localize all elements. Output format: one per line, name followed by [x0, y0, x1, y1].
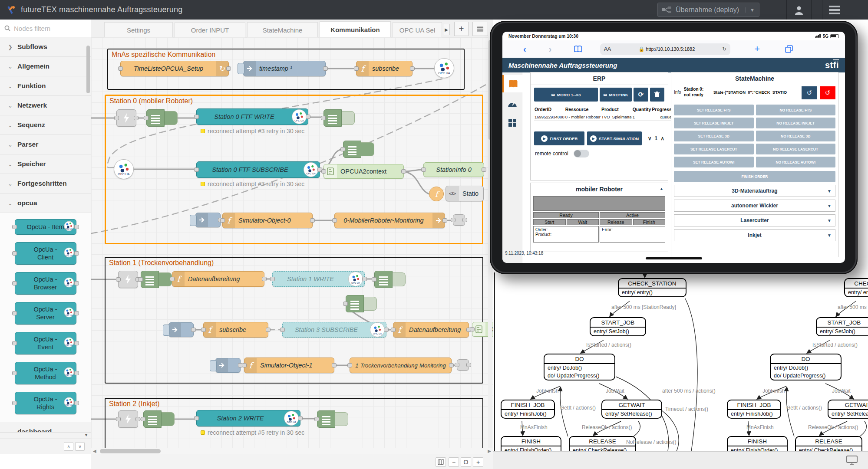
node-trockenvorbehandlung-monitoring[interactable]: 1-Trockenvorbehandlung-Monitoring [350, 357, 452, 373]
node-simulator-object-0[interactable]: f Simulator-Object-0 [222, 213, 313, 228]
deploy-caret-icon[interactable]: ▼ [745, 7, 755, 13]
node-opcua-client[interactable]: OPC UA [434, 58, 454, 78]
debug-toggle-button[interactable] [162, 412, 175, 426]
order-row[interactable]: 16995229348880 - mobiler Roboter TVO_Spi… [534, 113, 672, 121]
node-debug[interactable] [374, 271, 406, 288]
palette-overflow-indicator[interactable]: ▾ [0, 432, 91, 439]
node-station1-write-disabled[interactable]: Station 1 WRITE OPC UA [272, 271, 365, 287]
node-datenaufbereitung[interactable]: f Datenaufbereitung [172, 271, 264, 287]
node-station0-ftf-write[interactable]: Station 0 FTF WRITE OPC UA [196, 108, 308, 125]
zoom-in-button[interactable]: + [473, 457, 483, 467]
palette-scrollbar[interactable] [86, 40, 90, 453]
debug-toggle-button[interactable] [335, 412, 348, 426]
no-release-lasercut-button[interactable]: NO RELEASE LASERCUT [756, 144, 836, 154]
palette-search-input[interactable]: Nodes filtern [0, 20, 91, 37]
dropdown-inkjet[interactable]: Inkjet▼ [674, 229, 835, 241]
node-station3-subscribe-disabled[interactable]: Station 3 SUBSCRIBE OPC UA [282, 322, 386, 338]
node-debug[interactable] [346, 295, 377, 312]
reset-button[interactable]: ↺ [802, 86, 817, 99]
set-release-fts-button[interactable]: SET RELEASE FTS [674, 105, 754, 115]
debug-toggle-button[interactable] [393, 272, 406, 286]
deploy-button[interactable]: Übernahme (deploy) ▼ [657, 3, 759, 17]
dropdown-autonomer-wickler[interactable]: autonomer Wickler▼ [674, 200, 835, 212]
inject-button[interactable] [190, 215, 197, 226]
start-simulation-button[interactable]: ▶START-SIMULATION [587, 131, 641, 145]
address-bar[interactable]: AA 🔒 http://10.10.130.5:1882 ↻ [600, 43, 730, 55]
palette-category-sequenz[interactable]: ⌄Sequenz [0, 115, 91, 135]
node-station0-ftf-subscribe[interactable]: Station 0 FTF SUBSCRIBE OPC UA [196, 161, 320, 178]
moro-button[interactable]: ✉MORO 1-->3 [534, 88, 598, 102]
node-function-subscribe[interactable]: f subscribe [203, 322, 268, 338]
forward-button[interactable]: › [549, 44, 552, 54]
node-opcua2context[interactable]: OPCUA2context [323, 164, 404, 179]
node-link-out[interactable] [457, 359, 469, 371]
sidebar-item-orders[interactable] [502, 75, 522, 92]
palette-category-subflows[interactable]: ❯Subflows [0, 37, 91, 57]
sidebar-item-modules[interactable] [502, 114, 522, 131]
node-debug[interactable] [317, 410, 348, 428]
palette-category-opcua[interactable]: ⌄opcua [0, 194, 91, 213]
node-inject[interactable] [215, 358, 241, 373]
dropdown-lasercutter[interactable]: Lasercutter▼ [674, 214, 835, 226]
node-link-out[interactable] [453, 214, 465, 226]
node-debug[interactable] [343, 141, 374, 158]
node-mobilerroboter-monitoring[interactable]: 0-MobilerRoboter-Monitoring [334, 213, 445, 228]
palette-category-fortgeschritten[interactable]: ⌄Fortgeschritten [0, 174, 91, 194]
node-stationinfo-0[interactable]: StationInfo 0 [423, 162, 484, 177]
palette-node-opcua-rights[interactable]: OpcUa - RightsOPC UA [15, 392, 76, 414]
expand-all-button[interactable]: ∨ [75, 442, 85, 451]
no-release-fts-button[interactable]: NO RELEASE FTS [756, 105, 836, 115]
reader-button[interactable]: AA [604, 46, 611, 52]
no-release-3d-button[interactable]: NO RELEASE 3D [756, 131, 836, 141]
remote-control-toggle[interactable] [574, 150, 589, 157]
dropdown-3d-materialauftrag[interactable]: 3D-Materialauftrag▼ [674, 185, 835, 197]
quantity-stepper[interactable]: ∨ 1 ∧ [648, 135, 664, 141]
inject-button[interactable] [238, 63, 244, 74]
no-release-autowi-button[interactable]: NO RELEASE AUTOWI [756, 157, 836, 167]
node-debug[interactable] [323, 109, 355, 127]
node-debug[interactable] [146, 109, 178, 127]
canvas-hscrollbar[interactable]: ◀▶ [91, 448, 493, 454]
set-release-autowi-button[interactable]: SET RELEASE AUTOWI [674, 157, 754, 167]
debug-toggle-button[interactable] [361, 142, 374, 156]
collapse-icon[interactable]: ▲ [660, 187, 663, 191]
reload-icon[interactable]: ↻ [723, 46, 726, 52]
bookmarks-icon[interactable] [574, 46, 582, 52]
set-release-inkjet-button[interactable]: SET RELEASE INKJET [674, 118, 754, 128]
node-function-subscribe[interactable]: f subscribe [356, 61, 413, 76]
node-simulator-object-1[interactable]: f Simulator-Object-1 [244, 357, 334, 373]
tab-settings[interactable]: Settings [104, 22, 173, 37]
palette-node-opcua-item[interactable]: OpcUa - ItemOPC UA [15, 219, 76, 235]
debug-toggle-button[interactable] [342, 111, 355, 125]
finish-order-button[interactable]: FINISH ORDER [674, 171, 835, 182]
inject-button[interactable] [210, 360, 217, 371]
hard-reset-button[interactable]: ↺ [820, 86, 835, 99]
set-release-lasercut-button[interactable]: SET RELEASE LASERCUT [674, 144, 754, 154]
no-release-inkjet-button[interactable]: NO RELEASE INKJET [756, 118, 836, 128]
first-order-button[interactable]: ▶FIRST ORDER [534, 131, 584, 145]
sidebar-item-dashboard[interactable] [502, 95, 522, 112]
node-inject-timestamp[interactable]: timestamp ¹ [243, 61, 326, 76]
tabs-icon[interactable] [785, 45, 793, 53]
node-link-in[interactable] [118, 410, 138, 428]
collapse-all-button[interactable]: ∧ [64, 442, 73, 451]
user-button[interactable] [786, 0, 812, 20]
node-datenaufbereitung[interactable]: f Datenaufbereitung [393, 322, 469, 338]
node-inject[interactable] [168, 322, 194, 337]
tab-scroll-right-button[interactable]: ▶ [443, 24, 450, 35]
zoom-out-button[interactable]: − [449, 457, 459, 467]
display-icon[interactable] [846, 455, 858, 466]
palette-node-opcua-event[interactable]: OpcUa - EventOPC UA [15, 332, 76, 354]
palette-category-netzwerk[interactable]: ⌄Netzwerk [0, 96, 91, 115]
zoom-reset-button[interactable]: O [461, 457, 471, 467]
palette-node-opcua-server[interactable]: OpcUa - ServerOPC UA [15, 302, 76, 325]
palette-node-opcua-method[interactable]: OpcUa - MethodOPC UA [15, 362, 76, 384]
flow-list-button[interactable] [472, 22, 488, 36]
palette-category-parser[interactable]: ⌄Parser [0, 135, 91, 154]
node-debug[interactable] [141, 271, 172, 288]
palette-category-speicher[interactable]: ⌄Speicher [0, 154, 91, 174]
node-link-in[interactable] [116, 109, 136, 127]
node-timeliste-opcua-setup[interactable]: TimeListeOPCUA_Setup ↻ [120, 61, 229, 76]
inject-button[interactable] [163, 325, 170, 336]
palette-category-allgemein[interactable]: ⌄Allgemein [0, 57, 91, 76]
